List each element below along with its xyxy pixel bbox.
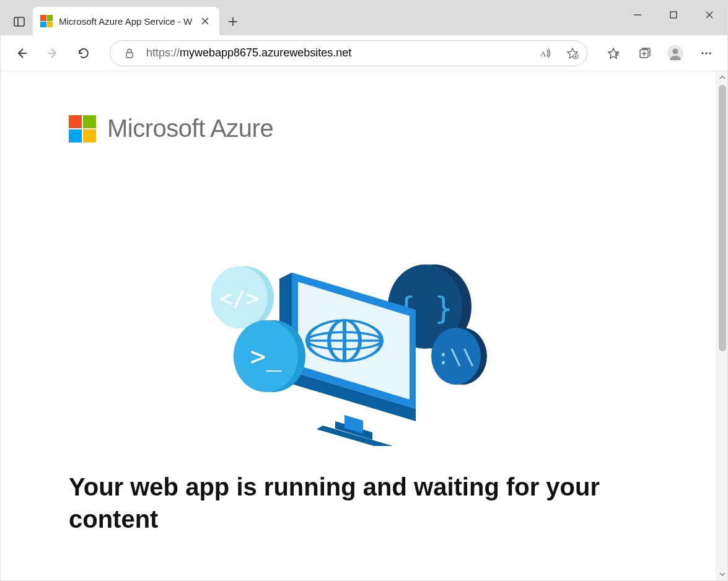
page-body: Microsoft Azure { } (1, 71, 716, 580)
window-minimize-button[interactable] (620, 1, 656, 29)
back-button[interactable] (7, 38, 37, 68)
azure-brand: Microsoft Azure (69, 115, 716, 142)
address-url: https://mywebapp8675.azurewebsites.net (146, 46, 528, 59)
site-lock-icon[interactable] (119, 43, 140, 64)
window-controls (620, 1, 727, 29)
svg-point-26 (709, 52, 711, 54)
svg-text::\\: :\\ (437, 344, 475, 369)
titlebar: Microsoft Azure App Service - W (1, 1, 727, 35)
page-heading: Your web app is running and waiting for … (69, 471, 651, 535)
tab-title: Microsoft Azure App Service - W (59, 16, 192, 27)
microsoft-logo-icon (69, 115, 96, 142)
svg-rect-7 (670, 12, 677, 18)
browser-toolbar: https://mywebapp8675.azurewebsites.net A (1, 35, 727, 71)
window-close-button[interactable] (691, 1, 727, 29)
refresh-button[interactable] (69, 38, 99, 68)
vertical-scrollbar[interactable] (716, 71, 727, 580)
address-bar[interactable]: https://mywebapp8675.azurewebsites.net A (110, 40, 587, 66)
forward-button[interactable] (38, 38, 68, 68)
scroll-up-arrow-icon[interactable] (717, 71, 727, 84)
favorites-button[interactable] (599, 38, 628, 68)
svg-rect-0 (14, 17, 24, 26)
add-favorite-icon[interactable] (562, 43, 583, 64)
scroll-down-arrow-icon[interactable] (717, 568, 727, 580)
url-host: mywebapp8675.azurewebsites.net (180, 46, 351, 59)
svg-point-23 (673, 48, 678, 54)
svg-text:A: A (540, 49, 546, 58)
profile-button[interactable] (660, 38, 690, 68)
svg-point-25 (705, 52, 707, 54)
tab-strip: Microsoft Azure App Service - W (1, 1, 247, 35)
hero-illustration: { } (211, 248, 496, 446)
collections-button[interactable] (629, 38, 659, 68)
svg-rect-12 (126, 53, 133, 58)
new-tab-button[interactable] (219, 8, 247, 35)
more-menu-button[interactable] (691, 38, 721, 68)
tab-actions-button[interactable] (6, 8, 33, 35)
content-area: Microsoft Azure { } (1, 71, 727, 580)
url-protocol: https:// (146, 46, 180, 59)
svg-point-24 (701, 52, 703, 54)
window-maximize-button[interactable] (656, 1, 691, 29)
tab-close-button[interactable] (198, 14, 212, 28)
microsoft-favicon-icon (40, 15, 53, 27)
svg-text:>_: >_ (250, 341, 282, 372)
browser-tab-active[interactable]: Microsoft Azure App Service - W (33, 7, 219, 35)
read-aloud-icon[interactable]: A (535, 43, 556, 64)
scroll-thumb[interactable] (719, 85, 726, 351)
brand-text: Microsoft Azure (107, 115, 273, 142)
svg-text:</>: </> (219, 286, 259, 311)
